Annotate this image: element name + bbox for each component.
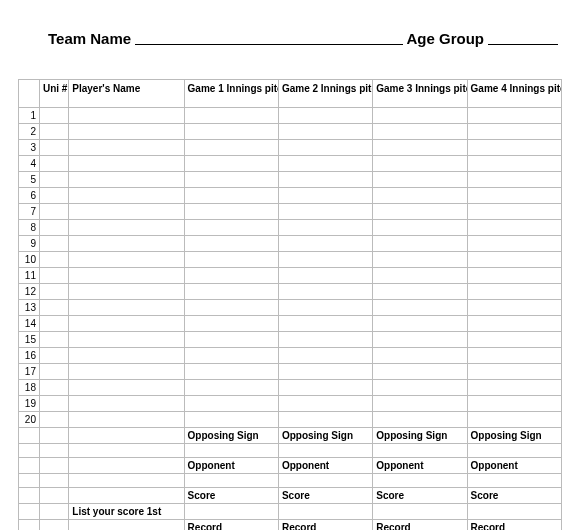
cell[interactable] — [278, 204, 372, 220]
cell[interactable] — [39, 124, 68, 140]
cell[interactable] — [184, 412, 278, 428]
cell[interactable] — [69, 236, 184, 252]
cell[interactable] — [278, 268, 372, 284]
cell[interactable] — [467, 172, 561, 188]
cell[interactable] — [184, 284, 278, 300]
cell[interactable] — [373, 108, 467, 124]
cell[interactable] — [39, 156, 68, 172]
cell[interactable] — [69, 124, 184, 140]
cell[interactable] — [373, 140, 467, 156]
cell[interactable] — [467, 108, 561, 124]
cell[interactable] — [278, 140, 372, 156]
cell[interactable] — [39, 108, 68, 124]
cell[interactable] — [39, 188, 68, 204]
cell[interactable] — [373, 380, 467, 396]
cell[interactable] — [69, 156, 184, 172]
cell[interactable] — [69, 220, 184, 236]
cell[interactable] — [278, 300, 372, 316]
cell[interactable] — [184, 380, 278, 396]
cell[interactable] — [373, 204, 467, 220]
cell[interactable] — [373, 316, 467, 332]
cell[interactable] — [278, 252, 372, 268]
cell[interactable] — [373, 412, 467, 428]
cell[interactable] — [467, 252, 561, 268]
cell[interactable] — [184, 140, 278, 156]
cell[interactable] — [69, 268, 184, 284]
cell[interactable] — [39, 236, 68, 252]
cell[interactable] — [467, 332, 561, 348]
cell[interactable] — [373, 396, 467, 412]
cell[interactable] — [278, 156, 372, 172]
cell[interactable] — [39, 364, 68, 380]
cell[interactable] — [278, 364, 372, 380]
cell[interactable] — [278, 412, 372, 428]
cell[interactable] — [39, 268, 68, 284]
cell[interactable] — [69, 252, 184, 268]
cell[interactable] — [184, 156, 278, 172]
cell[interactable] — [69, 300, 184, 316]
cell[interactable] — [39, 220, 68, 236]
cell[interactable] — [39, 396, 68, 412]
cell[interactable] — [184, 188, 278, 204]
cell[interactable] — [467, 268, 561, 284]
cell[interactable] — [278, 348, 372, 364]
cell[interactable] — [184, 124, 278, 140]
cell[interactable] — [278, 316, 372, 332]
cell[interactable] — [69, 316, 184, 332]
cell[interactable] — [184, 220, 278, 236]
cell[interactable] — [467, 124, 561, 140]
cell[interactable] — [278, 220, 372, 236]
cell[interactable] — [278, 332, 372, 348]
cell[interactable] — [184, 364, 278, 380]
age-group-fill-line[interactable] — [488, 31, 558, 45]
cell[interactable] — [278, 284, 372, 300]
cell[interactable] — [373, 156, 467, 172]
cell[interactable] — [373, 268, 467, 284]
cell[interactable] — [39, 348, 68, 364]
cell[interactable] — [278, 380, 372, 396]
cell[interactable] — [278, 108, 372, 124]
cell[interactable] — [278, 124, 372, 140]
cell[interactable] — [373, 332, 467, 348]
cell[interactable] — [373, 364, 467, 380]
cell[interactable] — [39, 332, 68, 348]
cell[interactable] — [278, 188, 372, 204]
cell[interactable] — [39, 140, 68, 156]
cell[interactable] — [373, 124, 467, 140]
cell[interactable] — [467, 204, 561, 220]
cell[interactable] — [69, 332, 184, 348]
cell[interactable] — [69, 380, 184, 396]
cell[interactable] — [184, 316, 278, 332]
team-name-fill-line[interactable] — [135, 31, 402, 45]
cell[interactable] — [467, 140, 561, 156]
cell[interactable] — [184, 300, 278, 316]
cell[interactable] — [467, 316, 561, 332]
cell[interactable] — [467, 284, 561, 300]
cell[interactable] — [39, 204, 68, 220]
cell[interactable] — [184, 396, 278, 412]
cell[interactable] — [69, 108, 184, 124]
cell[interactable] — [69, 284, 184, 300]
cell[interactable] — [39, 284, 68, 300]
cell[interactable] — [278, 172, 372, 188]
cell[interactable] — [184, 108, 278, 124]
cell[interactable] — [467, 412, 561, 428]
cell[interactable] — [278, 236, 372, 252]
cell[interactable] — [278, 396, 372, 412]
cell[interactable] — [39, 252, 68, 268]
cell[interactable] — [69, 172, 184, 188]
cell[interactable] — [69, 364, 184, 380]
cell[interactable] — [184, 172, 278, 188]
cell[interactable] — [184, 268, 278, 284]
cell[interactable] — [467, 364, 561, 380]
cell[interactable] — [184, 252, 278, 268]
cell[interactable] — [184, 332, 278, 348]
cell[interactable] — [39, 172, 68, 188]
cell[interactable] — [467, 300, 561, 316]
cell[interactable] — [373, 236, 467, 252]
cell[interactable] — [467, 236, 561, 252]
cell[interactable] — [373, 172, 467, 188]
cell[interactable] — [69, 412, 184, 428]
cell[interactable] — [39, 412, 68, 428]
cell[interactable] — [467, 220, 561, 236]
